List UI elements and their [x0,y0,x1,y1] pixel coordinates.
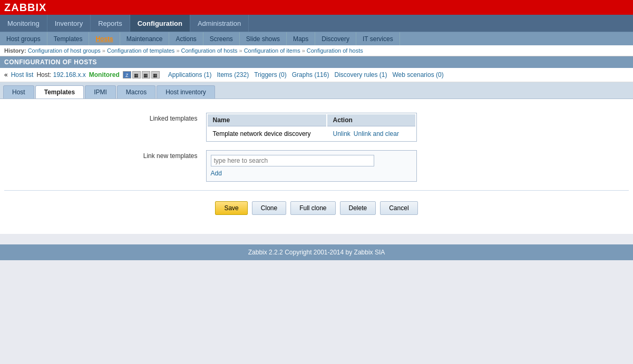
section-header: CONFIGURATION OF HOSTS [0,56,633,68]
sub-nav-item-maps[interactable]: Maps [287,32,315,45]
template-actions: UnlinkUnlink and clear [327,127,415,140]
meta-link-applications[interactable]: Applications (1) [168,71,212,78]
meta-link-web-scenarios[interactable]: Web scenarios (0) [393,71,444,78]
sub-nav-item-discovery[interactable]: Discovery [315,32,356,45]
tab-ipmi[interactable]: IPMI [85,85,116,99]
breadcrumb-link-1[interactable]: Configuration of templates [107,47,174,54]
tab-templates[interactable]: Templates [35,85,84,99]
link-new-label: Link new templates [111,150,206,160]
sub-nav-item-slide-shows[interactable]: Slide shows [240,32,287,45]
meta-link-items[interactable]: Items (232) [217,71,249,78]
breadcrumb: History: Configuration of host groups»Co… [0,45,633,56]
full-clone-button[interactable]: Full clone [290,201,335,215]
sub-nav-item-templates[interactable]: Templates [47,32,90,45]
main-nav: MonitoringInventoryReportsConfigurationA… [0,15,633,32]
host-icon-4[interactable]: ▦ [151,71,160,78]
clone-button[interactable]: Clone [252,201,286,215]
footer: Zabbix 2.2.2 Copyright 2001-2014 by Zabb… [0,244,633,260]
form-section: Linked templates Name Action Template ne… [111,113,522,182]
content-area: Linked templates Name Action Template ne… [0,99,633,234]
tab-bar: HostTemplatesIPMIMacrosHost inventory [0,82,633,99]
linked-templates-label: Linked templates [111,113,206,122]
delete-button[interactable]: Delete [340,201,376,215]
main-nav-item-inventory[interactable]: Inventory [47,15,91,32]
meta-link-triggers[interactable]: Triggers (0) [254,71,287,78]
separator [4,190,629,191]
sub-nav-item-screens[interactable]: Screens [203,32,240,45]
save-button[interactable]: Save [215,201,247,215]
main-nav-item-configuration[interactable]: Configuration [130,15,190,32]
main-nav-item-reports[interactable]: Reports [91,15,130,32]
add-template-link[interactable]: Add [211,170,412,177]
sub-nav-item-it-services[interactable]: IT services [356,32,400,45]
sub-nav: Host groupsTemplatesHostsMaintenanceActi… [0,32,633,45]
template-name: Template network device discovery [208,127,327,140]
cancel-button[interactable]: Cancel [380,201,417,215]
linked-templates-row: Linked templates Name Action Template ne… [111,113,522,142]
breadcrumb-link-3[interactable]: Configuration of items [244,47,300,54]
logo-bar: ZABBIX [0,0,633,15]
col-name-header: Name [208,114,327,126]
template-search-input[interactable] [211,155,374,166]
tab-macros[interactable]: Macros [117,85,155,99]
tab-host-inventory[interactable]: Host inventory [157,85,215,99]
linked-templates-table: Name Action Template network device disc… [206,113,417,142]
search-box-wrap: Add [206,150,417,182]
host-info-bar: « Host list Host: 192.168.x.x Monitored … [0,68,633,82]
col-action-header: Action [327,114,415,126]
host-icon-2[interactable]: ▦ [132,71,141,78]
host-icon-group: Z ▦ ▦ ▦ [123,71,160,78]
unlink-link[interactable]: Unlink [333,130,350,137]
sub-nav-item-host-groups[interactable]: Host groups [0,32,47,45]
host-list-link[interactable]: Host list [11,71,34,78]
sub-nav-item-maintenance[interactable]: Maintenance [120,32,170,45]
link-new-control: Add [206,150,522,182]
host-icon-1[interactable]: Z [123,71,131,78]
linked-template-row: Template network device discoveryUnlinkU… [208,127,415,140]
linked-templates-body: Template network device discoveryUnlinkU… [208,127,415,140]
tab-host[interactable]: Host [3,85,34,99]
sub-nav-item-hosts[interactable]: Hosts [89,32,120,45]
meta-link-graphs[interactable]: Graphs (116) [292,71,329,78]
main-nav-item-monitoring[interactable]: Monitoring [0,15,47,32]
unlink-clear-link[interactable]: Unlink and clear [354,130,399,137]
link-new-templates-row: Link new templates Add [111,150,522,182]
breadcrumb-link-4[interactable]: Configuration of hosts [307,47,363,54]
meta-link-discovery-rules[interactable]: Discovery rules (1) [334,71,387,78]
logo: ZABBIX [4,2,46,14]
breadcrumb-items: Configuration of host groups»Configurati… [28,47,363,54]
host-value-link[interactable]: 192.168.x.x [53,71,86,78]
breadcrumb-link-0[interactable]: Configuration of host groups [28,47,101,54]
linked-templates-control: Name Action Template network device disc… [206,113,522,142]
main-nav-item-administration[interactable]: Administration [190,15,249,32]
meta-links: Applications (1)Items (232)Triggers (0)G… [168,71,444,78]
breadcrumb-link-2[interactable]: Configuration of hosts [181,47,238,54]
host-icon-3[interactable]: ▦ [142,71,150,78]
host-label: Host: 192.168.x.x [36,71,85,78]
monitored-status: Monitored [89,71,120,78]
button-row: Save Clone Full clone Delete Cancel [4,201,629,215]
sub-nav-item-actions[interactable]: Actions [169,32,203,45]
